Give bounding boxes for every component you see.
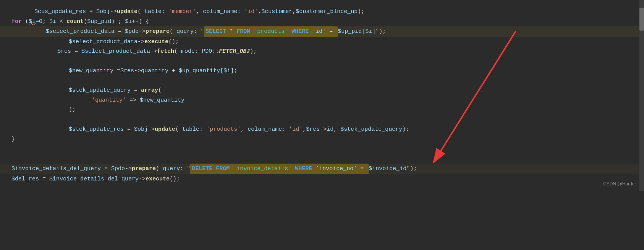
token: 'products'	[206, 125, 241, 135]
token: ++) {	[132, 17, 149, 27]
token: ->	[150, 47, 157, 57]
token: $obj	[134, 125, 148, 135]
code-line: $del_res = $invoice_details_del_query ->…	[0, 174, 644, 184]
token: (	[170, 27, 176, 37]
token: ->	[320, 125, 327, 135]
token: ,	[241, 125, 248, 135]
token: );	[358, 7, 364, 17]
csdn-watermark: CSDN @Harder.	[603, 180, 637, 188]
token: ->	[148, 125, 155, 135]
token: $customer_blnce_up	[296, 7, 358, 17]
token: (	[174, 47, 181, 57]
scrollbar[interactable]	[639, 0, 644, 191]
token: quantity	[141, 66, 168, 76]
token: ();	[168, 37, 179, 47]
token: 'member'	[168, 7, 196, 17]
token: $stck_update_query	[69, 86, 131, 96]
token: query:	[163, 164, 183, 174]
token: ->	[110, 7, 117, 17]
token: (	[175, 125, 179, 135]
token: (	[138, 7, 141, 17]
code-line-highlighted: $select_product_data = $pdo -> prepare (…	[0, 26, 644, 37]
token: $select_product_data	[46, 27, 115, 37]
token: ::	[212, 47, 219, 57]
token: ,	[333, 125, 340, 135]
token: $res	[57, 47, 71, 57]
token: mode:	[181, 47, 198, 57]
token	[197, 27, 201, 37]
token: "	[201, 27, 204, 37]
token: $stck_update_res	[69, 125, 124, 135]
token: for	[11, 17, 22, 27]
token: $res	[306, 125, 320, 135]
token: );	[250, 47, 257, 57]
token: }	[11, 135, 15, 144]
token: $select_product_data	[81, 47, 150, 57]
token: $invoice_details_del_query	[49, 174, 139, 184]
token: $up_quantity[$i]	[179, 66, 234, 76]
token: prepare	[146, 27, 170, 37]
token: ->	[139, 174, 146, 184]
sql-highlighted: SELECT * FROM `products` WHERE `id` =	[204, 26, 338, 37]
code-line: 'quantity' => $new_quantity	[0, 96, 644, 106]
token: table:	[179, 125, 203, 135]
token: ->	[139, 27, 146, 37]
token: $obj	[96, 7, 110, 17]
code-line: $cus_update_res = $obj -> update ( table…	[0, 7, 644, 17]
token: <	[56, 17, 66, 27]
token: $cus_update_res	[34, 7, 86, 17]
token: (	[84, 17, 87, 27]
token: ) ;	[111, 17, 125, 27]
token: =	[113, 66, 120, 76]
code-line: $new_quantity = $res -> quantity + $up_q…	[0, 66, 644, 76]
token: count	[66, 17, 84, 27]
token: =	[39, 174, 49, 184]
token: FETCH_OBJ	[219, 47, 250, 57]
token: array	[141, 86, 158, 96]
token: $pdo	[111, 164, 125, 174]
token: =	[131, 86, 141, 96]
token: $customer	[261, 7, 292, 17]
token: $i	[49, 17, 56, 27]
token: ();	[170, 174, 180, 184]
token: =	[86, 7, 96, 17]
token: id	[327, 125, 333, 135]
token	[203, 125, 206, 135]
code-line: for ( $i=0 ; $i < count ( $up_pid ) ; $i…	[0, 17, 644, 27]
token: $res	[120, 66, 134, 76]
token	[165, 7, 168, 17]
code-line: }	[0, 135, 644, 144]
token	[241, 7, 244, 17]
token: ,	[196, 7, 203, 17]
token: =	[101, 164, 111, 174]
code-line: $res = $select_product_data -> fetch ( m…	[0, 47, 644, 57]
token: ,	[258, 7, 261, 17]
code-line: $select_product_data -> execute ();	[0, 37, 644, 47]
token: $new_quantity	[140, 96, 184, 106]
token: $new_quantity	[69, 66, 113, 76]
token: "	[375, 27, 379, 37]
token	[285, 125, 289, 135]
token: 'quantity'	[92, 96, 126, 106]
token: fetch	[157, 47, 174, 57]
token: $pdo	[125, 27, 139, 37]
token	[183, 164, 187, 174]
token: colum_name:	[248, 125, 285, 135]
code-editor: $cus_update_res = $obj -> update ( table…	[0, 0, 644, 191]
empty-line	[0, 115, 644, 125]
token: query:	[176, 27, 197, 37]
token: $i	[125, 17, 132, 27]
scrollbar-thumb[interactable]	[639, 8, 644, 31]
token: table:	[141, 7, 165, 17]
token: );	[69, 105, 76, 115]
token: $del_res	[11, 174, 39, 184]
token: 'id'	[244, 7, 258, 17]
code-line: $invoice_details_del_query = $pdo -> pre…	[0, 164, 644, 174]
empty-line	[0, 76, 644, 86]
token: $stck_update_query	[340, 125, 402, 135]
token: ,	[292, 7, 296, 17]
token: $up_pid[$i]	[338, 27, 375, 37]
token: "	[187, 164, 190, 174]
token: =	[115, 27, 125, 37]
code-line: );	[0, 105, 644, 115]
